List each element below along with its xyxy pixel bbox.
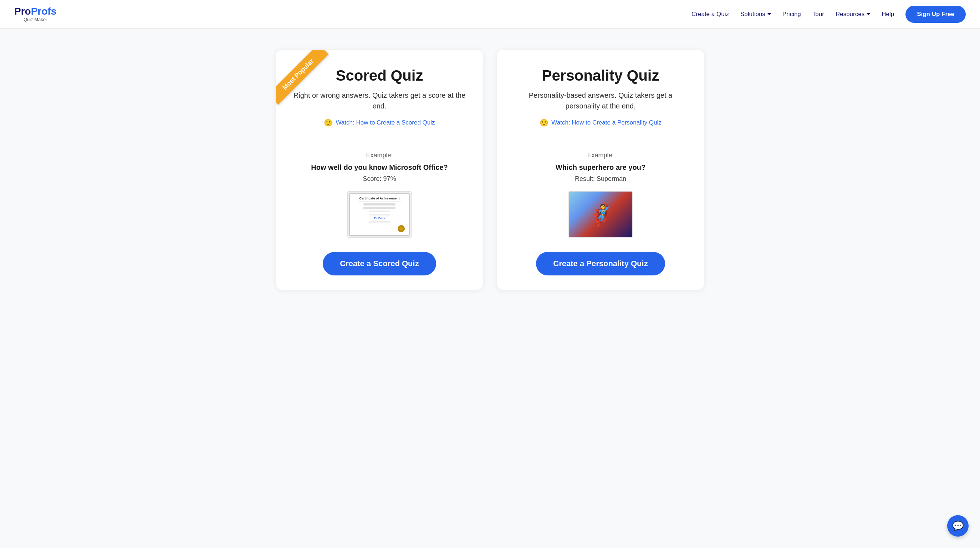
personality-example-label: Example:: [511, 151, 690, 159]
personality-quiz-watch-link[interactable]: 🙂 Watch: How to Create a Personality Qui…: [539, 118, 661, 127]
signup-button[interactable]: Sign Up Free: [905, 6, 966, 23]
certificate-illustration: Certificate of Achievement ProProfs: [349, 193, 410, 236]
chevron-down-icon: [767, 13, 771, 15]
personality-quiz-title: Personality Quiz: [511, 67, 690, 84]
scored-quiz-watch-link[interactable]: 🙂 Watch: How to Create a Scored Quiz: [324, 118, 435, 127]
scored-example-score: Score: 97%: [290, 175, 469, 183]
scored-quiz-description: Right or wrong answers. Quiz takers get …: [290, 90, 469, 111]
personality-quiz-description: Personality-based answers. Quiz takers g…: [511, 90, 690, 111]
card-divider: [497, 143, 704, 143]
nav-help[interactable]: Help: [881, 11, 894, 18]
personality-quiz-header: Personality Quiz Personality-based answe…: [497, 50, 704, 134]
scored-quiz-title: Scored Quiz: [290, 67, 469, 84]
certificate-image: Certificate of Achievement ProProfs: [347, 191, 412, 237]
header: ProProfs Quiz Maker Create a Quiz Soluti…: [0, 0, 980, 29]
main-nav: Create a Quiz Solutions Pricing Tour Res…: [692, 6, 966, 23]
chat-bubble-button[interactable]: 💬: [947, 515, 969, 537]
personality-quiz-body: Example: Which superhero are you? Result…: [497, 151, 704, 276]
chevron-down-icon: [867, 13, 870, 15]
personality-example-question: Which superhero are you?: [511, 163, 690, 172]
create-scored-quiz-button[interactable]: Create a Scored Quiz: [323, 252, 436, 276]
logo[interactable]: ProProfs Quiz Maker: [14, 6, 56, 22]
nav-create-quiz[interactable]: Create a Quiz: [692, 11, 729, 18]
chat-icon: 💬: [952, 521, 964, 532]
logo-profs: Profs: [31, 6, 57, 17]
cert-seal: [398, 225, 405, 232]
nav-resources[interactable]: Resources: [835, 11, 870, 18]
personality-quiz-card: Personality Quiz Personality-based answe…: [497, 50, 704, 290]
card-divider: [276, 143, 483, 143]
superman-figure-icon: 🦸: [587, 202, 614, 227]
scored-quiz-card: Most Popular Scored Quiz Right or wrong …: [276, 50, 483, 290]
create-personality-quiz-button[interactable]: Create a Personality Quiz: [536, 252, 665, 276]
main-content: Most Popular Scored Quiz Right or wrong …: [0, 29, 980, 548]
nav-solutions[interactable]: Solutions: [740, 11, 771, 18]
logo-pro: Pro: [14, 6, 31, 17]
scored-example-question: How well do you know Microsoft Office?: [290, 163, 469, 172]
superman-illustration: 🦸: [569, 191, 632, 237]
nav-pricing[interactable]: Pricing: [783, 11, 801, 18]
scored-quiz-body: Example: How well do you know Microsoft …: [276, 151, 483, 276]
nav-tour[interactable]: Tour: [812, 11, 824, 18]
logo-subtitle: Quiz Maker: [14, 17, 56, 22]
personality-example-result: Result: Superman: [511, 175, 690, 183]
watch-icon: 🙂: [539, 118, 549, 127]
scored-example-label: Example:: [290, 151, 469, 159]
watch-icon: 🙂: [324, 118, 333, 127]
superman-image: 🦸: [568, 191, 633, 237]
scored-quiz-header: Scored Quiz Right or wrong answers. Quiz…: [276, 50, 483, 134]
